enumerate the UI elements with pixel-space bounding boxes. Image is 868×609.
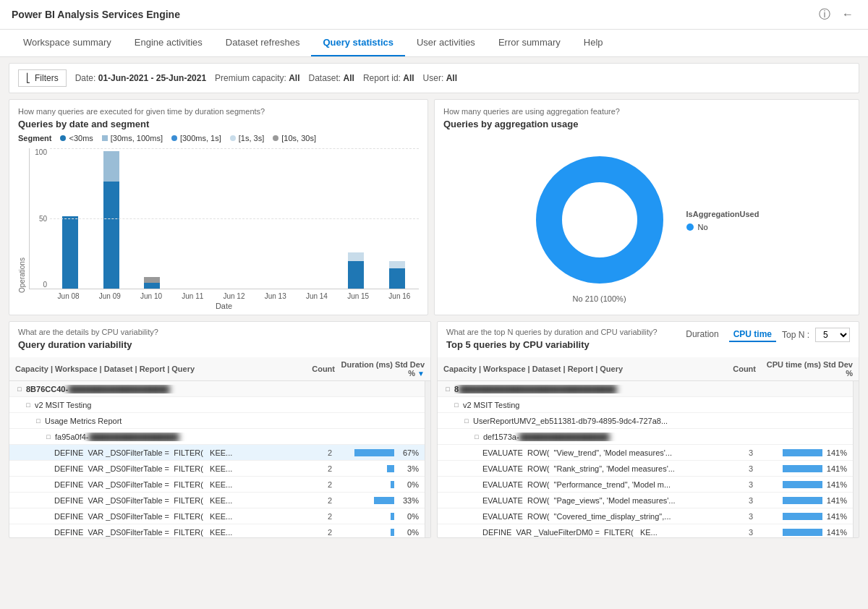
filter-bar: ⎣ Filters Date: 01-Jun-2021 - 25-Jun-202…	[9, 63, 859, 93]
gridline-100	[50, 148, 419, 149]
nav-error-summary[interactable]: Error summary	[487, 30, 572, 56]
right-table-body[interactable]: □ 8████████████████████████████ □ v2 MSI…	[438, 381, 853, 538]
table-row[interactable]: □ Usage Metrics Report	[9, 413, 425, 429]
tab-duration[interactable]: Duration	[681, 328, 723, 342]
donut-legend-label-no: No	[698, 223, 708, 231]
duration-bar	[391, 529, 394, 536]
x-label-jun16: Jun 16	[380, 292, 419, 300]
table-row[interactable]: DEFINE VAR _DS0FilterTable = FILTER( KEE…	[9, 524, 425, 538]
legend-lt30: <30ms	[60, 134, 93, 142]
right-panel-header: What are the top N queries by duration a…	[438, 322, 859, 357]
y-axis-label: Operations	[18, 148, 26, 293]
filter-dataset-value: All	[344, 73, 354, 83]
nav-workspace-summary[interactable]: Workspace summary	[12, 30, 123, 56]
table-row[interactable]: □ fa95a0f4-████████████████	[9, 429, 425, 445]
table-row[interactable]: □ 8B76CC40-██████████████████	[9, 381, 425, 397]
legend-30-100: [30ms, 100ms]	[102, 134, 163, 142]
x-label-jun10: Jun 10	[132, 292, 170, 300]
table-row[interactable]: EVALUATE ROW( "View_trend", 'Model measu…	[438, 445, 853, 461]
y-tick-0: 0	[30, 281, 47, 289]
bar-jun15-dark	[348, 261, 364, 289]
left-question: What are the details by CPU variability?	[18, 328, 422, 336]
cpu-bar	[783, 465, 822, 472]
left-table-body[interactable]: □ 8B76CC40-██████████████████ □ v2 MSIT …	[9, 381, 425, 538]
expand-icon[interactable]: □	[462, 417, 471, 425]
nav-help[interactable]: Help	[572, 30, 615, 56]
legend-dot-lt30	[60, 135, 66, 141]
cpu-bar	[783, 497, 822, 504]
expand-icon[interactable]: □	[24, 401, 33, 409]
top-row-panels: How many queries are executed for given …	[9, 99, 859, 315]
chart1-legend: Segment <30ms [30ms, 100ms] [300ms, 1s] …	[18, 134, 419, 142]
left-col3-header: Duration (ms) Std Dev % ▼	[338, 360, 425, 378]
table-row[interactable]: DEFINE VAR _DS0FilterTable = FILTER( KEE…	[9, 461, 425, 477]
legend-dot-30-100	[102, 135, 108, 141]
chart2-question: How many queries are using aggregation f…	[443, 107, 850, 116]
table-row[interactable]: □ v2 MSIT Testing	[438, 397, 853, 413]
filters-button[interactable]: ⎣ Filters	[18, 69, 67, 87]
header-icons: ⓘ ←	[816, 6, 856, 23]
expand-icon[interactable]: □	[452, 401, 461, 409]
panel-cpu-variability: What are the top N queries by duration a…	[437, 321, 859, 538]
chart2-title: Queries by aggregation usage	[443, 119, 850, 129]
right-header-row: What are the top N queries by duration a…	[446, 328, 850, 354]
legend-10s-30s: [10s, 30s]	[273, 134, 316, 142]
right-title: Top 5 queries by CPU variability	[446, 339, 658, 350]
table-row[interactable]: EVALUATE ROW( "Page_views", 'Model measu…	[438, 493, 853, 508]
expand-icon[interactable]: □	[44, 433, 53, 441]
donut-svg	[535, 155, 665, 285]
table-row[interactable]: □ UserReportUMV2_eb511381-db79-4895-9dc4…	[438, 413, 853, 429]
table-row[interactable]: EVALUATE ROW( "Covered_time_display_stri…	[438, 508, 853, 524]
chart1-area: Operations 100 50 0	[18, 148, 419, 293]
bar-jun09-light	[103, 151, 119, 182]
table-row[interactable]: DEFINE VAR _DS0FilterTable = FILTER( KEE…	[9, 445, 425, 461]
expand-icon[interactable]: □	[34, 417, 43, 425]
duration-bar	[391, 481, 394, 488]
bar-jun08	[51, 216, 89, 289]
filter-report-label: Report id: All	[363, 73, 414, 83]
x-axis-title: Date	[29, 302, 419, 310]
table-row[interactable]: DEFINE VAR _DS0FilterTable = FILTER( KEE…	[9, 477, 425, 493]
donut-legend-dot-no	[686, 223, 694, 231]
donut-legend-title: IsAggregationUsed	[686, 210, 760, 218]
table-row[interactable]: EVALUATE ROW( "Rank_string", 'Model meas…	[438, 461, 853, 477]
info-icon[interactable]: ⓘ	[816, 6, 833, 23]
expand-icon[interactable]: □	[472, 433, 481, 441]
right-header-text: What are the top N queries by duration a…	[446, 328, 658, 354]
table-row[interactable]: DEFINE VAR _DS0FilterTable = FILTER( KEE…	[9, 493, 425, 508]
nav-engine-activities[interactable]: Engine activities	[123, 30, 214, 56]
legend-label-10s-30s: [10s, 30s]	[281, 134, 316, 142]
legend-dot-300-1s	[171, 135, 177, 141]
donut-legend: IsAggregationUsed No	[686, 210, 760, 231]
right-table-scroll-wrapper: □ 8████████████████████████████ □ v2 MSI…	[438, 381, 859, 538]
donut-legend-no: No	[686, 223, 760, 231]
table-row[interactable]: □ def1573a-████████████████	[438, 429, 853, 445]
nav-query-statistics[interactable]: Query statistics	[311, 30, 405, 56]
nav-user-activities[interactable]: User activities	[405, 30, 487, 56]
app-header: Power BI Analysis Services Engine ⓘ ←	[0, 0, 868, 30]
back-icon[interactable]: ←	[839, 6, 856, 23]
table-row[interactable]: EVALUATE ROW( "Performance_trend", 'Mode…	[438, 477, 853, 493]
expand-icon[interactable]: □	[15, 385, 24, 393]
filter-user-value: All	[446, 73, 457, 83]
bar-jun10-gray	[144, 277, 160, 283]
left-scrollbar[interactable]	[425, 381, 430, 538]
legend-label-1s-3s: [1s, 3s]	[239, 134, 264, 142]
legend-1s-3s: [1s, 3s]	[230, 134, 264, 142]
x-label-jun12: Jun 12	[215, 292, 253, 300]
gridline-50	[50, 218, 419, 219]
table-row[interactable]: DEFINE VAR _DS0FilterTable = FILTER( KEE…	[9, 508, 425, 524]
tab-cpu-time[interactable]: CPU time	[729, 328, 776, 342]
x-label-jun13: Jun 13	[256, 292, 294, 300]
expand-icon[interactable]: □	[443, 385, 452, 393]
chart-aggregation-usage: How many queries are using aggregation f…	[434, 99, 859, 315]
legend-label-30-100: [30ms, 100ms]	[111, 134, 163, 142]
filter-report-value: All	[403, 73, 414, 83]
filter-date-label: Date: 01-Jun-2021 - 25-Jun-2021	[75, 73, 206, 83]
table-row[interactable]: □ 8████████████████████████████	[438, 381, 853, 397]
table-row[interactable]: DEFINE VAR _ValueFilterDM0 = FILTER( KE.…	[438, 524, 853, 538]
top-n-select[interactable]: 5 10 20	[815, 328, 850, 342]
table-row[interactable]: □ v2 MSIT Testing	[9, 397, 425, 413]
nav-dataset-refreshes[interactable]: Dataset refreshes	[214, 30, 312, 56]
right-scrollbar[interactable]	[853, 381, 859, 538]
